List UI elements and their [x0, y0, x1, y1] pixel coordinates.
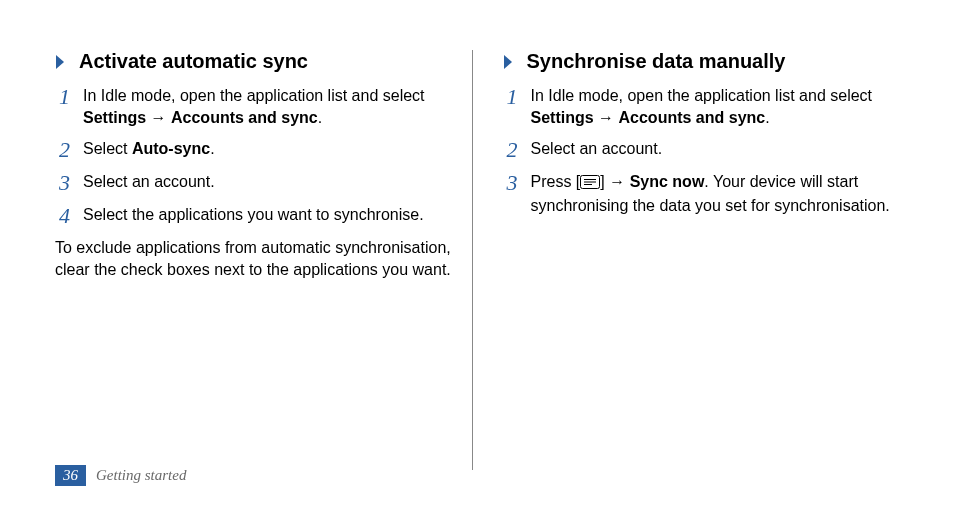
left-column: Activate automatic sync 1 In Idle mode, … [55, 50, 472, 470]
step-text: Select Auto-sync. [83, 138, 215, 161]
step-text: Press [] → Sync now. Your device will st… [531, 171, 900, 216]
chevron-icon [55, 54, 67, 70]
right-column: Synchronise data manually 1 In Idle mode… [472, 50, 900, 470]
list-item: 1 In Idle mode, open the application lis… [503, 85, 900, 128]
step-text: Select an account. [531, 138, 663, 161]
list-item: 3 Select an account. [55, 171, 452, 194]
page-number: 36 [55, 465, 86, 486]
chevron-icon [503, 54, 515, 70]
list-item: 2 Select Auto-sync. [55, 138, 452, 161]
step-number: 3 [59, 171, 83, 194]
step-text: In Idle mode, open the application list … [531, 85, 900, 128]
menu-key-icon [580, 173, 600, 195]
list-item: 1 In Idle mode, open the application lis… [55, 85, 452, 128]
step-text: Select an account. [83, 171, 215, 194]
step-number: 4 [59, 204, 83, 227]
page-footer: 36 Getting started [55, 465, 186, 486]
list-item: 3 Press [] → Sync now. Your device will … [503, 171, 900, 216]
left-note: To exclude applications from automatic s… [55, 237, 452, 280]
step-number: 3 [507, 171, 531, 216]
list-item: 4 Select the applications you want to sy… [55, 204, 452, 227]
right-heading-text: Synchronise data manually [527, 50, 786, 73]
step-text: Select the applications you want to sync… [83, 204, 424, 227]
right-heading: Synchronise data manually [503, 50, 900, 73]
left-heading-text: Activate automatic sync [79, 50, 308, 73]
step-number: 2 [507, 138, 531, 161]
step-text: In Idle mode, open the application list … [83, 85, 452, 128]
step-number: 2 [59, 138, 83, 161]
footer-section: Getting started [96, 467, 186, 484]
page-columns: Activate automatic sync 1 In Idle mode, … [55, 50, 899, 470]
step-number: 1 [59, 85, 83, 128]
list-item: 2 Select an account. [503, 138, 900, 161]
left-heading: Activate automatic sync [55, 50, 452, 73]
step-number: 1 [507, 85, 531, 128]
